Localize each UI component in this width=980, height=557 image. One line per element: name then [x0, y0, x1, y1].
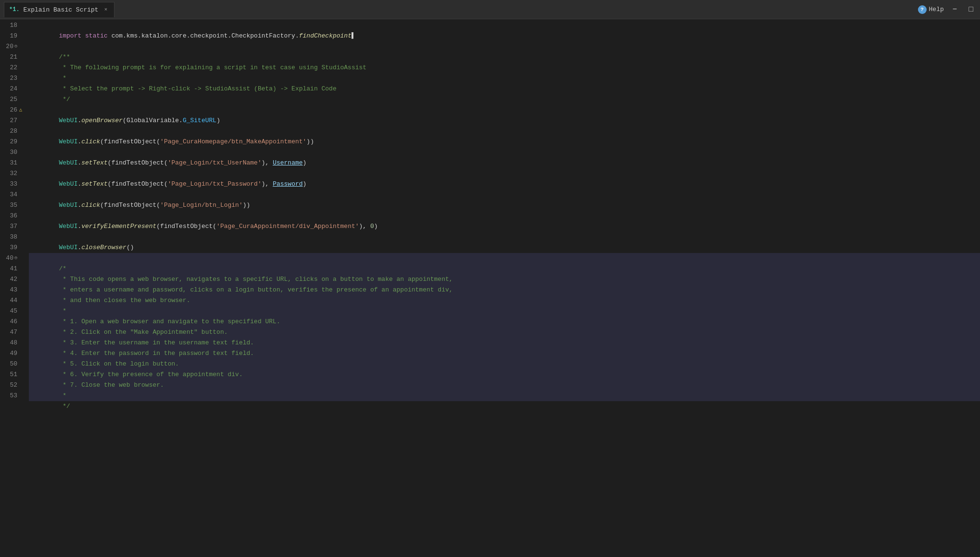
line-number: 37 [0, 221, 21, 232]
code-line: WebUI.click(findTestObject('Page_CuraHom… [29, 126, 980, 137]
line-number: 53 [0, 391, 21, 401]
line-number: 35 [0, 200, 21, 211]
line-number: 29 [0, 137, 21, 147]
maximize-button[interactable]: □ [966, 4, 976, 15]
help-label: Help [929, 6, 944, 13]
line-number: 31 [0, 158, 21, 168]
editor-tab[interactable]: *1. Explain Basic Script × [4, 2, 114, 17]
line-number: 50 [0, 359, 21, 369]
line-number: 24 [0, 84, 21, 94]
line-number: 18 [0, 20, 21, 31]
help-button[interactable]: ? Help [918, 5, 944, 14]
minimize-button[interactable]: − [950, 4, 960, 15]
line-number: 33 [0, 179, 21, 190]
title-bar: *1. Explain Basic Script × ? Help − □ [0, 0, 980, 19]
line-number: 48 [0, 338, 21, 348]
code-line-highlighted: * 1. Open a web browser and navigate to … [29, 306, 980, 316]
line-number: 27 [0, 115, 21, 126]
line-number: 41 [0, 264, 21, 274]
code-line: * The following prompt is for explaining… [29, 52, 980, 63]
line-number: 44 [0, 295, 21, 306]
line-number: 28 [0, 126, 21, 137]
code-line-highlighted: * [29, 380, 980, 391]
tab-close-button[interactable]: × [102, 6, 110, 13]
code-line: WebUI.verifyElementPresent(findTestObjec… [29, 211, 980, 221]
line-number: 19 [0, 31, 21, 41]
line-number: 45 [0, 306, 21, 316]
code-line-highlighted: * This code opens a web browser, navigat… [29, 264, 980, 274]
line-number: 25 [0, 94, 21, 105]
code-line: import static com.kms.katalon.core.check… [29, 20, 980, 31]
code-container: 18 19 20⊖ 21 22 23 24 25 26 27 28 29 30 … [0, 19, 980, 557]
line-number: 23 [0, 73, 21, 84]
line-number: 32 [0, 168, 21, 179]
code-line: /** [29, 41, 980, 52]
line-number: 34 [0, 190, 21, 200]
line-number-foldable[interactable]: 40⊖ [0, 253, 21, 264]
code-line-highlighted: /* [29, 253, 980, 264]
line-number: 51 [0, 369, 21, 380]
line-numbers: 18 19 20⊖ 21 22 23 24 25 26 27 28 29 30 … [0, 19, 24, 557]
line-number: 43 [0, 285, 21, 295]
code-line: WebUI.closeBrowser() [29, 232, 980, 242]
line-number: 47 [0, 327, 21, 338]
line-number: 38 [0, 232, 21, 242]
code-line [29, 94, 980, 105]
code-editor: 18 19 20⊖ 21 22 23 24 25 26 27 28 29 30 … [0, 19, 980, 557]
code-line [29, 242, 980, 253]
code-line: * Select the prompt -> Right-click -> St… [29, 73, 980, 84]
line-number: 22 [0, 63, 21, 73]
code-line-highlighted: */ [29, 391, 980, 401]
line-number: 46 [0, 316, 21, 327]
code-line: WebUI.click(findTestObject('Page_Login/b… [29, 190, 980, 200]
tab-area: *1. Explain Basic Script × [4, 2, 114, 17]
line-number: 30 [0, 147, 21, 158]
line-number: 42 [0, 274, 21, 285]
line-number-foldable[interactable]: 20⊖ [0, 41, 21, 52]
tab-title: Explain Basic Script [24, 6, 99, 13]
code-line: WebUI.setText(findTestObject('Page_Login… [29, 147, 980, 158]
help-icon: ? [918, 5, 927, 14]
line-number: 49 [0, 348, 21, 359]
line-number-warning: 26 [0, 105, 21, 115]
line-number: 21 [0, 52, 21, 63]
toolbar-right: ? Help − □ [918, 4, 976, 15]
code-content[interactable]: import static com.kms.katalon.core.check… [24, 19, 980, 557]
code-line: WebUI.setText(findTestObject('Page_Login… [29, 168, 980, 179]
code-line: WebUI.openBrowser(GlobalVariable.G_SiteU… [29, 105, 980, 115]
line-number: 39 [0, 242, 21, 253]
line-number: 52 [0, 380, 21, 391]
tab-icon: *1. [9, 6, 20, 13]
line-number: 36 [0, 211, 21, 221]
